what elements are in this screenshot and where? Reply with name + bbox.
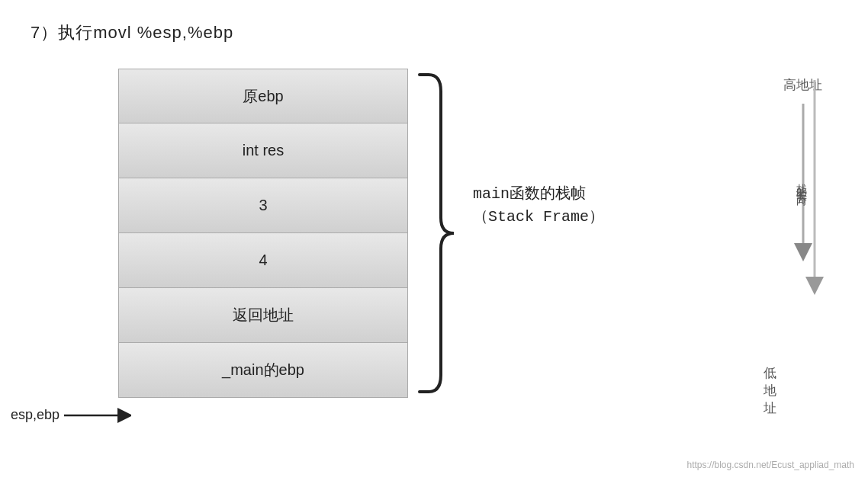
address-direction-arrow (803, 76, 826, 297)
cell-int-res: int res (118, 123, 408, 178)
cell-four: 4 (118, 233, 408, 288)
curly-brace (412, 69, 473, 401)
stack-diagram: 原ebp int res 3 4 返回地址 _main的ebp (118, 69, 408, 398)
esp-ebp-label: esp,ebp (11, 407, 59, 423)
cell-three: 3 (118, 178, 408, 233)
frame-label: main函数的栈帧 （Stack Frame） (473, 183, 604, 229)
esp-ebp-arrow (63, 408, 131, 423)
cell-return-addr: 返回地址 (118, 288, 408, 343)
esp-ebp-area: esp,ebp (11, 407, 131, 423)
watermark: https://blog.csdn.net/Ecust_appliad_math (687, 460, 854, 470)
page-title: 7）执行movl %esp,%ebp (31, 21, 233, 44)
cell-main-ebp: _main的ebp (118, 343, 408, 398)
cell-yuan-ebp: 原ebp (118, 69, 408, 123)
low-address-label: 低地址 (764, 364, 776, 417)
